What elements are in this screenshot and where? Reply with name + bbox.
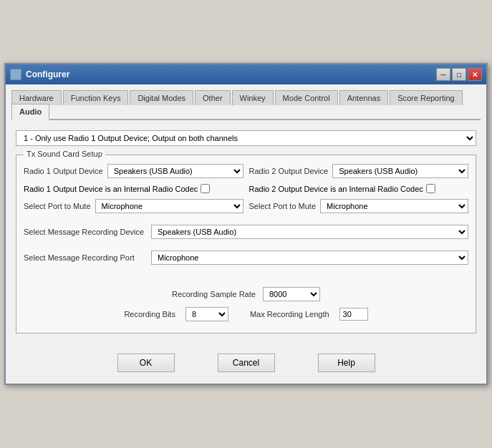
app-icon bbox=[10, 69, 21, 80]
max-recording-length-input[interactable] bbox=[339, 308, 368, 321]
message-recording-device-row: Select Message Recording Device Speakers… bbox=[24, 225, 468, 239]
radio2-output-label: Radio 2 Output Device bbox=[249, 167, 329, 175]
recording-sample-rate-label: Recording Sample Rate bbox=[172, 290, 256, 298]
window-body: Hardware Function Keys Digital Modes Oth… bbox=[6, 84, 486, 384]
recording-bits-label: Recording Bits bbox=[124, 310, 175, 318]
tab-function-keys[interactable]: Function Keys bbox=[63, 90, 129, 105]
window-title: Configurer bbox=[26, 69, 69, 79]
tab-bar: Hardware Function Keys Digital Modes Oth… bbox=[11, 90, 481, 120]
tab-score-reporting[interactable]: Score Reporting bbox=[390, 90, 463, 105]
message-recording-port-label: Select Message Recording Port bbox=[24, 253, 145, 262]
mute1-cell: Select Port to Mute Microphone bbox=[24, 199, 243, 213]
mute2-cell: Select Port to Mute Microphone bbox=[249, 199, 469, 213]
radio2-codec-label: Radio 2 Output Device is an Internal Rad… bbox=[249, 185, 423, 193]
top-dropdown-container: 1 - Only use Radio 1 Output Device; Outp… bbox=[16, 130, 476, 146]
tab-other[interactable]: Other bbox=[195, 90, 231, 105]
mute1-select-wrapper: Microphone bbox=[95, 199, 243, 213]
ok-button[interactable]: OK bbox=[117, 354, 175, 372]
radio2-output-select[interactable]: Speakers (USB Audio) bbox=[332, 164, 468, 178]
tab-antennas[interactable]: Antennas bbox=[339, 90, 388, 105]
output-mode-select[interactable]: 1 - Only use Radio 1 Output Device; Outp… bbox=[16, 130, 476, 146]
radio2-output-pair: Radio 2 Output Device Speakers (USB Audi… bbox=[249, 164, 469, 178]
message-recording-device-select[interactable]: Speakers (USB Audio) bbox=[151, 225, 468, 239]
group-label: Tx Sound Card Setup bbox=[24, 150, 105, 158]
radio1-output-select-wrapper: Speakers (USB Audio) bbox=[107, 164, 243, 178]
minimize-button[interactable]: ─ bbox=[436, 68, 450, 81]
recording-sample-rate-row: Recording Sample Rate 8000 bbox=[24, 287, 468, 301]
message-recording-port-select[interactable]: Microphone bbox=[151, 250, 468, 265]
radio1-output-label: Radio 1 Output Device bbox=[24, 167, 103, 175]
close-button[interactable]: ✕ bbox=[468, 68, 482, 81]
tab-digital-modes[interactable]: Digital Modes bbox=[130, 90, 193, 105]
recording-bits-select[interactable]: 8 bbox=[185, 307, 228, 321]
tab-winkey[interactable]: Winkey bbox=[232, 90, 274, 105]
radio2-output-select-wrapper: Speakers (USB Audio) bbox=[332, 164, 468, 178]
radio1-codec-checkbox[interactable] bbox=[201, 184, 210, 193]
main-window: Configurer ─ □ ✕ Hardware Function Keys … bbox=[4, 63, 488, 385]
title-bar: Configurer ─ □ ✕ bbox=[6, 64, 486, 84]
mute2-select[interactable]: Microphone bbox=[320, 199, 468, 213]
radio1-output-select[interactable]: Speakers (USB Audio) bbox=[107, 164, 243, 178]
inner-section: Radio 1 Output Device Speakers (USB Audi… bbox=[24, 164, 468, 321]
help-button[interactable]: Help bbox=[318, 354, 375, 372]
mute1-label: Select Port to Mute bbox=[24, 202, 91, 210]
mute2-select-wrapper: Microphone bbox=[320, 199, 468, 213]
tab-hardware[interactable]: Hardware bbox=[11, 90, 62, 105]
mute1-select[interactable]: Microphone bbox=[95, 199, 243, 213]
maximize-button[interactable]: □ bbox=[452, 68, 466, 81]
tab-content: 1 - Only use Radio 1 Output Device; Outp… bbox=[11, 126, 481, 346]
tab-audio[interactable]: Audio bbox=[11, 104, 49, 120]
title-buttons: ─ □ ✕ bbox=[436, 68, 482, 81]
cancel-button[interactable]: Cancel bbox=[218, 354, 275, 372]
message-recording-port-row: Select Message Recording Port Microphone bbox=[24, 250, 468, 265]
footer-buttons: OK Cancel Help bbox=[11, 346, 481, 378]
mute-row: Select Port to Mute Microphone Select Po… bbox=[24, 199, 468, 213]
mute2-label: Select Port to Mute bbox=[249, 202, 317, 210]
radio1-output-pair: Radio 1 Output Device Speakers (USB Audi… bbox=[24, 164, 243, 178]
max-recording-length-label: Max Recording Length bbox=[250, 310, 329, 318]
radio2-codec-row: Radio 2 Output Device is an Internal Rad… bbox=[249, 184, 469, 193]
recording-bits-row: Recording Bits 8 Max Recording Length bbox=[24, 307, 468, 321]
tab-mode-control[interactable]: Mode Control bbox=[275, 90, 338, 105]
radio1-codec-label: Radio 1 Output Device is an Internal Rad… bbox=[24, 185, 198, 193]
radio1-codec-row: Radio 1 Output Device is an Internal Rad… bbox=[24, 184, 243, 193]
tx-sound-card-group: Tx Sound Card Setup Radio 1 Output Devic… bbox=[16, 155, 476, 333]
output-devices-row: Radio 1 Output Device Speakers (USB Audi… bbox=[24, 164, 468, 178]
title-bar-left: Configurer bbox=[10, 69, 69, 80]
message-recording-device-label: Select Message Recording Device bbox=[24, 228, 145, 236]
codec-row: Radio 1 Output Device is an Internal Rad… bbox=[24, 184, 468, 193]
radio2-codec-checkbox[interactable] bbox=[426, 184, 435, 193]
recording-sample-rate-select[interactable]: 8000 bbox=[263, 287, 320, 301]
recording-settings-section: Recording Sample Rate 8000 Recording Bit… bbox=[24, 287, 468, 321]
